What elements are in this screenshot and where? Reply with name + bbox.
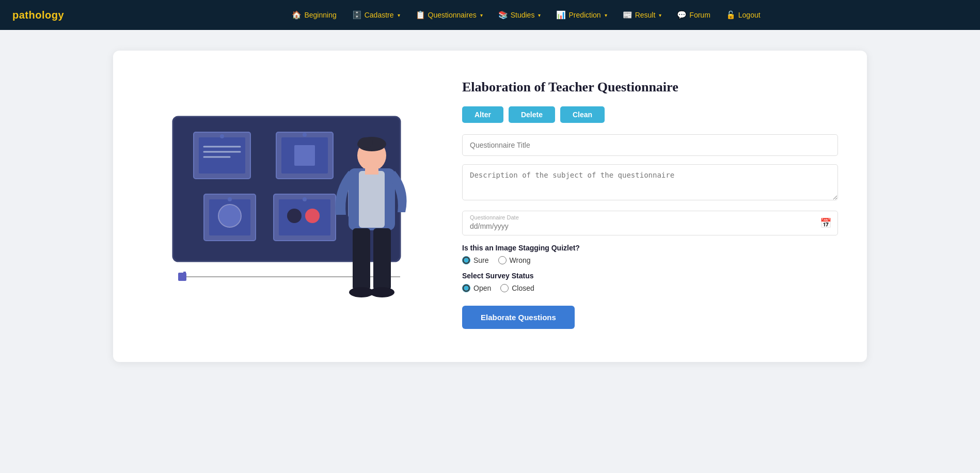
alter-button[interactable]: Alter xyxy=(462,106,503,123)
svg-point-19 xyxy=(287,209,302,223)
cadastre-chevron: ▾ xyxy=(398,12,400,18)
clean-button[interactable]: Clean xyxy=(560,106,605,123)
svg-point-20 xyxy=(305,209,320,223)
svg-point-11 xyxy=(303,133,307,137)
title-field-group xyxy=(462,134,838,156)
page-title: Elaboration of Teacher Questionnaire xyxy=(462,80,838,95)
date-input[interactable] xyxy=(470,222,815,230)
prediction-icon: 📊 xyxy=(556,10,566,20)
svg-rect-18 xyxy=(279,199,330,235)
nav-studies[interactable]: 📚 Studies ▾ xyxy=(492,7,547,23)
survey-status-closed-radio[interactable] xyxy=(500,284,509,292)
image-staging-sure-radio[interactable] xyxy=(462,256,470,264)
delete-button[interactable]: Delete xyxy=(509,106,555,123)
questionnaire-title-input[interactable] xyxy=(462,134,838,156)
prediction-chevron: ▾ xyxy=(605,12,607,18)
image-staging-group: Is this an Image Stagging Quizlet? Sure … xyxy=(462,244,838,292)
survey-status-label: Select Survey Status xyxy=(462,272,838,280)
date-field-group: Questionnaire Date 📅 xyxy=(462,211,838,235)
nav-forum[interactable]: 💬 Forum xyxy=(671,7,716,23)
form-card: ? xyxy=(113,51,867,362)
brand-logo: pathology xyxy=(12,9,64,21)
cadastre-icon: 🗄️ xyxy=(352,10,362,20)
image-staging-wrong-radio[interactable] xyxy=(498,256,507,264)
svg-rect-3 xyxy=(199,137,245,174)
studies-chevron: ▾ xyxy=(538,12,541,18)
survey-status-options: Open Closed xyxy=(462,284,838,292)
date-label: Questionnaire Date xyxy=(470,214,830,220)
action-buttons: Alter Delete Clean xyxy=(462,106,838,123)
nav-cadastre[interactable]: 🗄️ Cadastre ▾ xyxy=(346,7,406,23)
nav-logout[interactable]: 🔓 Logout xyxy=(720,7,767,23)
nav-items: 🏠 Beginning 🗄️ Cadastre ▾ 📋 Questionnair… xyxy=(85,7,968,23)
survey-status-open-radio[interactable] xyxy=(462,284,470,292)
elaborate-btn-group: Elaborate Questions xyxy=(462,301,838,329)
image-staging-options: Sure Wrong xyxy=(462,256,838,264)
elaborate-questions-button[interactable]: Elaborate Questions xyxy=(462,306,575,329)
calendar-icon[interactable]: 📅 xyxy=(820,217,831,229)
svg-point-35 xyxy=(370,287,394,297)
forum-icon: 💬 xyxy=(677,10,687,20)
nav-result[interactable]: 📰 Result ▾ xyxy=(617,7,668,23)
nav-questionnaires[interactable]: 📋 Questionnaires ▾ xyxy=(409,7,489,23)
illustration-side: ? xyxy=(142,75,431,323)
description-textarea[interactable] xyxy=(462,164,838,200)
home-icon: 🏠 xyxy=(292,10,302,20)
date-wrapper: Questionnaire Date 📅 xyxy=(462,211,838,235)
svg-rect-26 xyxy=(178,273,186,281)
studies-icon: 📚 xyxy=(498,10,508,20)
survey-status-open[interactable]: Open xyxy=(462,284,491,292)
image-staging-question: Is this an Image Stagging Quizlet? xyxy=(462,244,838,252)
image-staging-sure[interactable]: Sure xyxy=(462,256,489,264)
svg-point-21 xyxy=(303,197,307,201)
questionnaires-chevron: ▾ xyxy=(480,12,483,18)
svg-point-7 xyxy=(220,134,224,138)
result-chevron: ▾ xyxy=(659,12,661,18)
image-staging-wrong[interactable]: Wrong xyxy=(498,256,531,264)
result-icon: 📰 xyxy=(623,10,633,20)
svg-rect-10 xyxy=(294,145,315,166)
description-field-group xyxy=(462,164,838,202)
svg-rect-33 xyxy=(373,228,391,290)
main-content: ? xyxy=(0,30,980,383)
survey-status-closed[interactable]: Closed xyxy=(500,284,534,292)
logout-icon: 🔓 xyxy=(726,10,736,20)
nav-beginning[interactable]: 🏠 Beginning xyxy=(286,7,342,23)
questionnaires-icon: 📋 xyxy=(416,10,425,20)
svg-rect-31 xyxy=(359,171,385,228)
nav-prediction[interactable]: 📊 Prediction ▾ xyxy=(550,7,613,23)
svg-point-16 xyxy=(228,197,232,201)
svg-rect-32 xyxy=(353,228,370,290)
navbar: pathology 🏠 Beginning 🗄️ Cadastre ▾ 📋 Qu… xyxy=(0,0,980,30)
form-side: Elaboration of Teacher Questionnaire Alt… xyxy=(462,75,838,337)
svg-point-29 xyxy=(358,137,373,148)
svg-rect-36 xyxy=(365,167,378,175)
